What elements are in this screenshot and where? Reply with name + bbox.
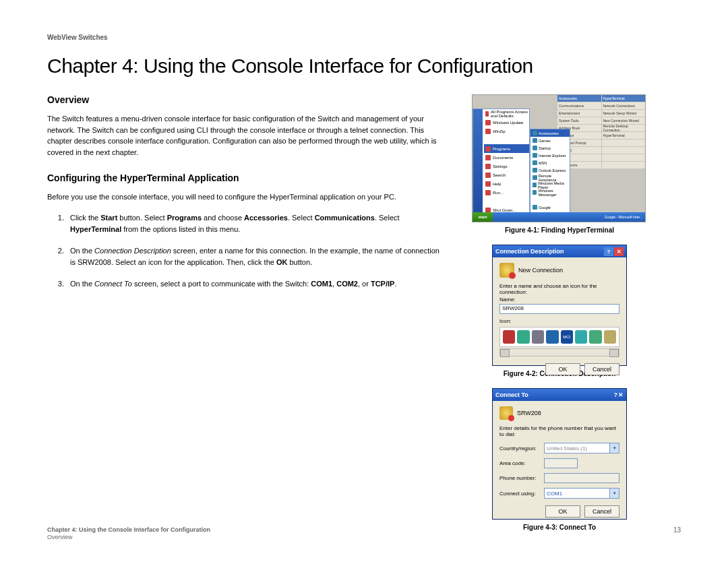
step-2: On the Connection Description screen, en… (66, 245, 445, 269)
icon-label: Icon: (499, 318, 619, 324)
ok-button[interactable]: OK (545, 505, 580, 518)
close-icon[interactable]: ✕ (614, 247, 624, 256)
configure-heading: Configuring the HyperTerminal Applicatio… (47, 173, 445, 183)
start-menu-panel: All Programs Access and DefaultsWindows … (473, 108, 530, 222)
page-number: 13 (673, 526, 681, 542)
chevron-down-icon: ▾ (609, 443, 619, 453)
figure-2-dialog: Connection Description ? ✕ New Connectio… (492, 245, 627, 366)
prompt-text: Enter details for the phone number that … (499, 425, 619, 437)
figure-1-screenshot: AccessoriesHyperTerminalCommunicationsNe… (472, 94, 646, 222)
cancel-button[interactable]: Cancel (584, 505, 619, 518)
footer-chapter: Chapter 4: Using the Console Interface f… (47, 526, 210, 534)
new-connection-label: New Connection (518, 267, 563, 274)
dialog-title: Connection Description (495, 248, 564, 255)
new-connection-icon (499, 263, 514, 278)
start-button[interactable]: start (473, 212, 493, 222)
chapter-title: Chapter 4: Using the Console Interface f… (47, 55, 681, 77)
cancel-button[interactable]: Cancel (584, 363, 619, 375)
country-label: Country/region: (499, 445, 541, 451)
running-header: WebView Switches (47, 34, 681, 41)
ok-button[interactable]: OK (545, 363, 580, 375)
main-text-column: Overview The Switch features a menu-driv… (47, 94, 445, 542)
phone-input[interactable] (544, 473, 619, 483)
configure-intro: Before you use the console interface, yo… (47, 191, 445, 203)
phone-label: Phone number: (499, 475, 541, 481)
taskbar: start Google - Microsoft Inter... (473, 212, 645, 222)
help-icon[interactable]: ? (604, 247, 613, 256)
connection-icon (499, 406, 513, 420)
area-code-input[interactable] (544, 458, 578, 468)
system-tray: Google - Microsoft Inter... (605, 215, 645, 219)
overview-paragraph: The Switch features a menu-driven consol… (47, 113, 445, 158)
chevron-down-icon: ▾ (609, 489, 619, 498)
step-3: On the Connect To screen, select a port … (66, 278, 445, 290)
figure-3-dialog: Connect To ? ✕ SRW208 Enter details for … (492, 388, 627, 520)
dialog-title: Connect To (495, 392, 528, 398)
steps-list: Click the Start button. Select Programs … (47, 212, 445, 290)
footer-section: Overview (47, 534, 210, 542)
connect-using-select[interactable]: COM1 ▾ (544, 488, 619, 499)
name-input[interactable]: SRW208 (499, 304, 619, 314)
figures-column: AccessoriesHyperTerminalCommunicationsNe… (472, 94, 647, 542)
page-footer: Chapter 4: Using the Console Interface f… (47, 526, 681, 542)
submenu-communications: AccessoriesHyperTerminalCommunicationsNe… (557, 95, 645, 169)
step-1: Click the Start button. Select Programs … (66, 212, 445, 236)
device-name: SRW208 (517, 410, 541, 416)
figure-1-caption: Figure 4-1: Finding HyperTerminal (472, 226, 647, 234)
help-icon[interactable]: ? (614, 392, 618, 398)
programs-submenu: AccessoriesGamesStartupInternet Explorer… (530, 129, 570, 222)
name-label: Name: (499, 296, 619, 303)
country-select[interactable]: United States (1) ▾ (544, 443, 619, 454)
icon-picker[interactable]: MCI (499, 327, 619, 347)
dialog-titlebar: Connection Description ? ✕ (493, 245, 626, 257)
close-icon[interactable]: ✕ (618, 392, 624, 398)
connect-using-label: Connect using: (499, 491, 541, 497)
overview-heading: Overview (47, 94, 445, 105)
icon-scrollbar[interactable] (499, 348, 619, 356)
prompt-text: Enter a name and choose an icon for the … (499, 283, 619, 295)
dialog-titlebar: Connect To ? ✕ (493, 389, 626, 401)
area-code-label: Area code: (499, 460, 541, 466)
